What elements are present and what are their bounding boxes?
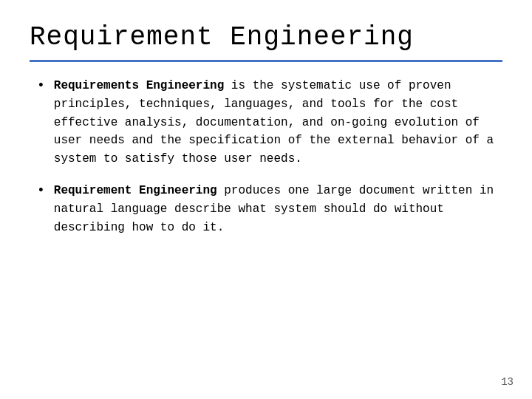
slide: Requirement Engineering • Requirements E… xyxy=(0,0,532,399)
page-number: 13 xyxy=(501,376,514,388)
bullet-1-bold: Requirements Engineering xyxy=(54,79,224,92)
title-divider xyxy=(30,60,502,62)
bullet-item-1: • Requirements Engineering is the system… xyxy=(37,77,502,168)
bullet-text-1: Requirements Engineering is the systemat… xyxy=(54,77,502,168)
bullet-text-2: Requirement Engineering produces one lar… xyxy=(54,182,502,236)
bullet-item-2: • Requirement Engineering produces one l… xyxy=(37,182,502,236)
bullet-2-bold: Requirement Engineering xyxy=(54,184,217,197)
slide-content: • Requirements Engineering is the system… xyxy=(30,77,502,236)
bullet-icon-1: • xyxy=(37,78,45,93)
bullet-icon-2: • xyxy=(37,183,45,198)
slide-title: Requirement Engineering xyxy=(30,22,502,52)
